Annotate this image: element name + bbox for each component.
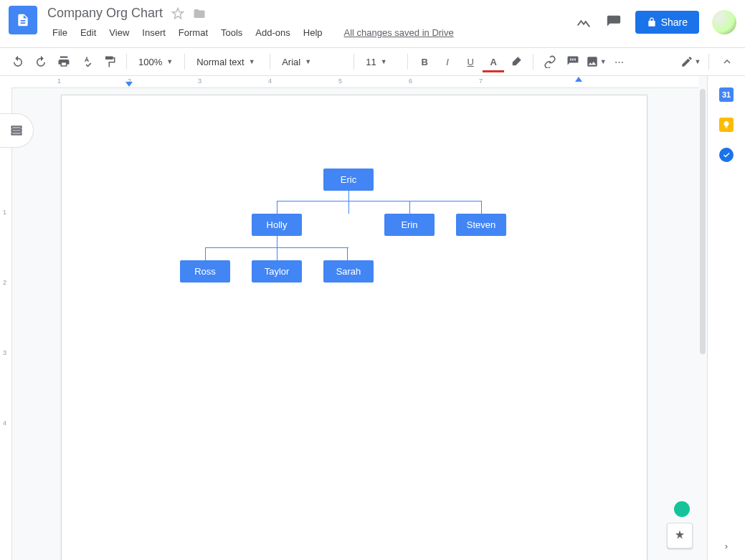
grammarly-icon[interactable] [674, 501, 690, 517]
paint-format-button[interactable] [99, 51, 120, 72]
workspace: 1 2 3 4 5 6 7 1 2 3 4 [0, 76, 745, 560]
org-node-taylor[interactable]: Taylor [252, 260, 302, 283]
undo-button[interactable] [7, 51, 29, 72]
titlebar: Company Org Chart File Edit View Insert … [0, 0, 745, 48]
font-value: Arial [282, 57, 300, 67]
share-label: Share [661, 16, 688, 28]
org-node-eric[interactable]: Eric [323, 169, 374, 191]
italic-button[interactable]: I [437, 51, 458, 72]
move-folder-icon[interactable] [193, 7, 206, 20]
star-icon[interactable] [171, 7, 184, 20]
comment-button[interactable] [562, 51, 584, 72]
keep-addon-icon[interactable] [719, 118, 734, 132]
lock-icon [647, 17, 657, 27]
org-chart[interactable]: Eric Holly Erin Steven Ross Taylor Sarah [184, 169, 571, 312]
font-combo[interactable]: Arial▼ [276, 51, 348, 72]
menu-edit[interactable]: Edit [75, 25, 101, 40]
image-button[interactable]: ▼ [585, 51, 607, 72]
side-panel: 31 › [707, 76, 745, 560]
svg-rect-1 [11, 130, 21, 132]
menubar: File Edit View Insert Format Tools Add-o… [47, 25, 575, 40]
size-value: 11 [366, 57, 376, 67]
print-button[interactable] [53, 51, 75, 72]
canvas[interactable]: 1 2 3 4 5 6 7 1 2 3 4 [0, 76, 707, 560]
docs-home-icon[interactable] [9, 6, 37, 34]
menu-view[interactable]: View [104, 25, 134, 40]
menu-file[interactable]: File [47, 25, 72, 40]
org-node-sarah[interactable]: Sarah [323, 260, 374, 283]
zoom-value: 100% [138, 57, 162, 67]
calendar-addon-icon[interactable]: 31 [719, 87, 734, 102]
svg-rect-0 [11, 126, 21, 128]
comments-icon[interactable] [605, 14, 622, 31]
vertical-scrollbar[interactable] [700, 89, 706, 354]
style-value: Normal text [196, 57, 244, 67]
style-combo[interactable]: Normal text▼ [191, 51, 264, 72]
link-button[interactable] [539, 51, 561, 72]
title-area: Company Org Chart File Edit View Insert … [47, 6, 575, 40]
sidepanel-expand-icon[interactable]: › [725, 541, 728, 551]
redo-button[interactable] [30, 51, 52, 72]
document-page[interactable]: Eric Holly Erin Steven Ross Taylor Sarah [61, 95, 647, 560]
org-node-erin[interactable]: Erin [384, 214, 435, 236]
text-color-button[interactable]: A [483, 51, 504, 72]
toolbar: 100%▼ Normal text▼ Arial▼ 11▼ B I U A ▼ … [0, 48, 745, 76]
account-avatar[interactable] [712, 10, 736, 34]
menu-insert[interactable]: Insert [137, 25, 171, 40]
org-node-ross[interactable]: Ross [180, 260, 230, 283]
size-combo[interactable]: 11▼ [360, 51, 402, 72]
activity-icon[interactable] [575, 14, 592, 31]
underline-button[interactable]: U [460, 51, 481, 72]
bold-button[interactable]: B [414, 51, 435, 72]
explore-button[interactable] [667, 523, 693, 549]
horizontal-ruler[interactable]: 1 2 3 4 5 6 7 [0, 76, 698, 88]
menu-tools[interactable]: Tools [216, 25, 247, 40]
org-node-holly[interactable]: Holly [252, 214, 302, 236]
collapse-toolbar-button[interactable] [716, 51, 738, 72]
vertical-ruler[interactable]: 1 2 3 4 [0, 87, 12, 560]
outline-toggle[interactable] [0, 113, 34, 148]
save-status[interactable]: All changes saved in Drive [339, 25, 459, 40]
document-title[interactable]: Company Org Chart [47, 6, 163, 21]
org-node-steven[interactable]: Steven [456, 214, 506, 236]
more-tools-button[interactable]: ⋯ [608, 51, 630, 72]
tasks-addon-icon[interactable] [719, 148, 734, 162]
indent-marker-right[interactable] [575, 77, 582, 82]
svg-rect-2 [11, 133, 21, 135]
highlight-button[interactable] [506, 51, 527, 72]
zoom-combo[interactable]: 100%▼ [133, 51, 179, 72]
share-button[interactable]: Share [635, 11, 699, 34]
editing-mode-button[interactable]: ▼ [680, 51, 701, 72]
indent-marker-left[interactable] [125, 82, 133, 87]
menu-help[interactable]: Help [298, 25, 328, 40]
menu-addons[interactable]: Add-ons [250, 25, 295, 40]
spellcheck-button[interactable] [76, 51, 98, 72]
menu-format[interactable]: Format [174, 25, 213, 40]
